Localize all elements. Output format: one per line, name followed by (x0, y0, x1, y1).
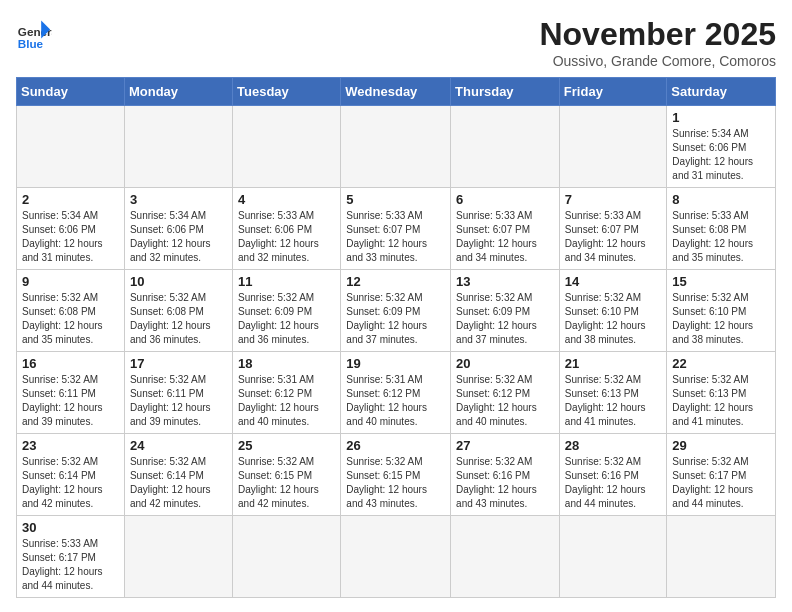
calendar-cell: 14Sunrise: 5:32 AM Sunset: 6:10 PM Dayli… (559, 270, 667, 352)
calendar-cell: 29Sunrise: 5:32 AM Sunset: 6:17 PM Dayli… (667, 434, 776, 516)
calendar-cell: 17Sunrise: 5:32 AM Sunset: 6:11 PM Dayli… (124, 352, 232, 434)
day-info: Sunrise: 5:33 AM Sunset: 6:06 PM Dayligh… (238, 209, 335, 265)
calendar-cell: 12Sunrise: 5:32 AM Sunset: 6:09 PM Dayli… (341, 270, 451, 352)
calendar-week-2: 2Sunrise: 5:34 AM Sunset: 6:06 PM Daylig… (17, 188, 776, 270)
calendar-cell: 11Sunrise: 5:32 AM Sunset: 6:09 PM Dayli… (233, 270, 341, 352)
calendar-week-6: 30Sunrise: 5:33 AM Sunset: 6:17 PM Dayli… (17, 516, 776, 598)
calendar-cell: 25Sunrise: 5:32 AM Sunset: 6:15 PM Dayli… (233, 434, 341, 516)
calendar-week-1: 1Sunrise: 5:34 AM Sunset: 6:06 PM Daylig… (17, 106, 776, 188)
day-info: Sunrise: 5:32 AM Sunset: 6:12 PM Dayligh… (456, 373, 554, 429)
calendar-cell: 18Sunrise: 5:31 AM Sunset: 6:12 PM Dayli… (233, 352, 341, 434)
calendar-cell (341, 516, 451, 598)
day-number: 12 (346, 274, 445, 289)
calendar-cell: 4Sunrise: 5:33 AM Sunset: 6:06 PM Daylig… (233, 188, 341, 270)
calendar-cell: 8Sunrise: 5:33 AM Sunset: 6:08 PM Daylig… (667, 188, 776, 270)
day-number: 25 (238, 438, 335, 453)
day-info: Sunrise: 5:32 AM Sunset: 6:10 PM Dayligh… (565, 291, 662, 347)
day-info: Sunrise: 5:34 AM Sunset: 6:06 PM Dayligh… (22, 209, 119, 265)
calendar-cell: 16Sunrise: 5:32 AM Sunset: 6:11 PM Dayli… (17, 352, 125, 434)
day-info: Sunrise: 5:32 AM Sunset: 6:15 PM Dayligh… (346, 455, 445, 511)
day-info: Sunrise: 5:32 AM Sunset: 6:13 PM Dayligh… (565, 373, 662, 429)
day-number: 22 (672, 356, 770, 371)
day-number: 27 (456, 438, 554, 453)
calendar-table: SundayMondayTuesdayWednesdayThursdayFrid… (16, 77, 776, 598)
day-info: Sunrise: 5:32 AM Sunset: 6:15 PM Dayligh… (238, 455, 335, 511)
title-area: November 2025 Oussivo, Grande Comore, Co… (539, 16, 776, 69)
calendar-cell: 15Sunrise: 5:32 AM Sunset: 6:10 PM Dayli… (667, 270, 776, 352)
calendar-cell: 30Sunrise: 5:33 AM Sunset: 6:17 PM Dayli… (17, 516, 125, 598)
calendar-cell (341, 106, 451, 188)
day-info: Sunrise: 5:32 AM Sunset: 6:09 PM Dayligh… (346, 291, 445, 347)
weekday-header-saturday: Saturday (667, 78, 776, 106)
day-number: 18 (238, 356, 335, 371)
logo-icon: General Blue (16, 16, 52, 52)
day-info: Sunrise: 5:34 AM Sunset: 6:06 PM Dayligh… (130, 209, 227, 265)
day-info: Sunrise: 5:33 AM Sunset: 6:07 PM Dayligh… (346, 209, 445, 265)
calendar-cell: 6Sunrise: 5:33 AM Sunset: 6:07 PM Daylig… (451, 188, 560, 270)
calendar-cell: 3Sunrise: 5:34 AM Sunset: 6:06 PM Daylig… (124, 188, 232, 270)
day-number: 7 (565, 192, 662, 207)
day-info: Sunrise: 5:31 AM Sunset: 6:12 PM Dayligh… (238, 373, 335, 429)
day-number: 24 (130, 438, 227, 453)
day-info: Sunrise: 5:32 AM Sunset: 6:14 PM Dayligh… (130, 455, 227, 511)
day-info: Sunrise: 5:33 AM Sunset: 6:17 PM Dayligh… (22, 537, 119, 593)
calendar-cell: 21Sunrise: 5:32 AM Sunset: 6:13 PM Dayli… (559, 352, 667, 434)
calendar-week-5: 23Sunrise: 5:32 AM Sunset: 6:14 PM Dayli… (17, 434, 776, 516)
weekday-header-monday: Monday (124, 78, 232, 106)
day-info: Sunrise: 5:32 AM Sunset: 6:11 PM Dayligh… (22, 373, 119, 429)
calendar-cell: 7Sunrise: 5:33 AM Sunset: 6:07 PM Daylig… (559, 188, 667, 270)
page-header: General Blue November 2025 Oussivo, Gran… (16, 16, 776, 69)
calendar-cell: 9Sunrise: 5:32 AM Sunset: 6:08 PM Daylig… (17, 270, 125, 352)
calendar-cell (667, 516, 776, 598)
calendar-cell: 20Sunrise: 5:32 AM Sunset: 6:12 PM Dayli… (451, 352, 560, 434)
calendar-week-3: 9Sunrise: 5:32 AM Sunset: 6:08 PM Daylig… (17, 270, 776, 352)
calendar-cell (17, 106, 125, 188)
calendar-cell (124, 106, 232, 188)
weekday-header-friday: Friday (559, 78, 667, 106)
calendar-cell: 10Sunrise: 5:32 AM Sunset: 6:08 PM Dayli… (124, 270, 232, 352)
day-number: 19 (346, 356, 445, 371)
calendar-week-4: 16Sunrise: 5:32 AM Sunset: 6:11 PM Dayli… (17, 352, 776, 434)
day-info: Sunrise: 5:32 AM Sunset: 6:17 PM Dayligh… (672, 455, 770, 511)
day-info: Sunrise: 5:32 AM Sunset: 6:16 PM Dayligh… (565, 455, 662, 511)
calendar-cell: 1Sunrise: 5:34 AM Sunset: 6:06 PM Daylig… (667, 106, 776, 188)
day-info: Sunrise: 5:33 AM Sunset: 6:08 PM Dayligh… (672, 209, 770, 265)
day-number: 2 (22, 192, 119, 207)
weekday-header-thursday: Thursday (451, 78, 560, 106)
day-number: 20 (456, 356, 554, 371)
day-number: 4 (238, 192, 335, 207)
calendar-cell: 24Sunrise: 5:32 AM Sunset: 6:14 PM Dayli… (124, 434, 232, 516)
day-info: Sunrise: 5:33 AM Sunset: 6:07 PM Dayligh… (565, 209, 662, 265)
day-number: 17 (130, 356, 227, 371)
day-number: 14 (565, 274, 662, 289)
day-number: 5 (346, 192, 445, 207)
day-number: 3 (130, 192, 227, 207)
day-number: 11 (238, 274, 335, 289)
day-info: Sunrise: 5:32 AM Sunset: 6:08 PM Dayligh… (130, 291, 227, 347)
day-number: 6 (456, 192, 554, 207)
day-number: 10 (130, 274, 227, 289)
calendar-cell (559, 516, 667, 598)
day-number: 29 (672, 438, 770, 453)
day-info: Sunrise: 5:32 AM Sunset: 6:10 PM Dayligh… (672, 291, 770, 347)
weekday-header-tuesday: Tuesday (233, 78, 341, 106)
day-info: Sunrise: 5:32 AM Sunset: 6:09 PM Dayligh… (238, 291, 335, 347)
calendar-cell (559, 106, 667, 188)
day-number: 30 (22, 520, 119, 535)
calendar-cell (451, 516, 560, 598)
day-info: Sunrise: 5:32 AM Sunset: 6:14 PM Dayligh… (22, 455, 119, 511)
calendar-cell: 28Sunrise: 5:32 AM Sunset: 6:16 PM Dayli… (559, 434, 667, 516)
location-subtitle: Oussivo, Grande Comore, Comoros (539, 53, 776, 69)
calendar-cell: 19Sunrise: 5:31 AM Sunset: 6:12 PM Dayli… (341, 352, 451, 434)
day-info: Sunrise: 5:33 AM Sunset: 6:07 PM Dayligh… (456, 209, 554, 265)
weekday-header-sunday: Sunday (17, 78, 125, 106)
calendar-cell: 23Sunrise: 5:32 AM Sunset: 6:14 PM Dayli… (17, 434, 125, 516)
calendar-cell (124, 516, 232, 598)
weekday-header-row: SundayMondayTuesdayWednesdayThursdayFrid… (17, 78, 776, 106)
day-info: Sunrise: 5:32 AM Sunset: 6:11 PM Dayligh… (130, 373, 227, 429)
logo: General Blue (16, 16, 52, 52)
calendar-cell: 2Sunrise: 5:34 AM Sunset: 6:06 PM Daylig… (17, 188, 125, 270)
day-number: 26 (346, 438, 445, 453)
calendar-cell (451, 106, 560, 188)
day-number: 15 (672, 274, 770, 289)
